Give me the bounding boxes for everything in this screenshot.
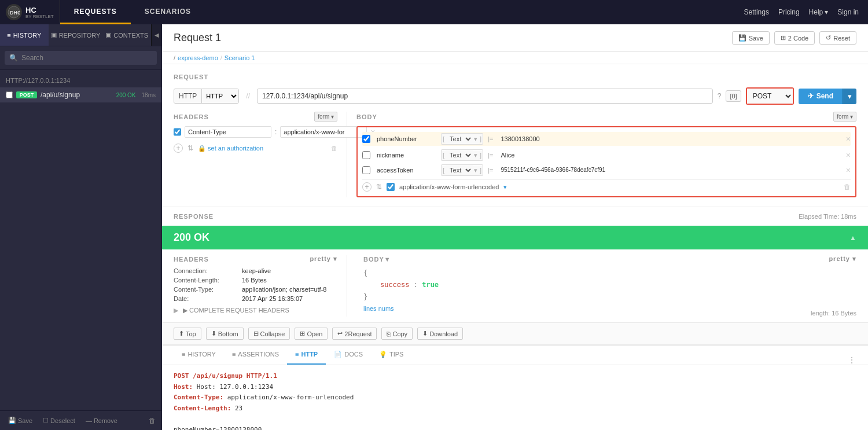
save-request-button[interactable]: 💾 Save: [732, 31, 770, 45]
body-row-0-type-wrap: [ Text File ▾ ]: [441, 133, 483, 145]
content-type-dropdown-icon[interactable]: ▾: [503, 183, 507, 191]
content-scroll: REQUEST HTTP HTTP HTTPS // ? [0]: [162, 64, 868, 430]
top-button[interactable]: ⬆ Top: [174, 328, 201, 340]
tab-tips[interactable]: 💡 TIPS: [371, 345, 411, 365]
body-row-1-checkbox[interactable]: [362, 151, 370, 159]
breadcrumb-scenario[interactable]: Scenario 1: [225, 54, 255, 61]
auth-icon: 🔒: [198, 145, 206, 152]
settings-link[interactable]: Settings: [744, 8, 769, 16]
remove-button[interactable]: — Remove: [83, 416, 120, 425]
tab-docs[interactable]: 📄 DOCS: [326, 345, 371, 365]
set-auth-link[interactable]: 🔒 set an authorization: [198, 145, 263, 152]
open-icon: ⊞: [300, 330, 305, 337]
body-row-0-val[interactable]: [498, 134, 842, 145]
request-section-title: REQUEST: [174, 73, 856, 80]
send-dropdown-button[interactable]: ▾: [843, 89, 856, 104]
nav-tab-scenarios[interactable]: SCENARIOS: [131, 0, 205, 24]
http-line-3: Content-Type: application/x-www-form-url…: [174, 392, 856, 403]
sidebar-tab-history[interactable]: ≡ HISTORY: [0, 24, 49, 46]
body-row-1: [ Text File ▾ ] |= ×: [362, 149, 851, 161]
env-badge[interactable]: [0]: [726, 90, 741, 102]
sidebar-tab-contexts[interactable]: ▣ CONTEXTS: [102, 24, 151, 46]
copy-button[interactable]: ⎘ Copy: [381, 328, 413, 340]
tab-assertions[interactable]: ≡ ASSERTIONS: [224, 345, 287, 365]
signin-link[interactable]: Sign in: [837, 8, 859, 16]
code-icon: ⊞: [781, 34, 786, 42]
resize-handle[interactable]: ⋮: [847, 355, 856, 365]
search-input[interactable]: [21, 54, 152, 62]
download-icon: ⬇: [422, 330, 428, 337]
body-row-0-checkbox[interactable]: [362, 135, 370, 143]
url-help-icon[interactable]: ?: [718, 92, 722, 100]
download-button[interactable]: ⬇ Download: [417, 328, 463, 340]
trash-icon[interactable]: 🗑: [149, 417, 156, 425]
body-row-2-type-select[interactable]: Text File: [446, 165, 473, 175]
body-row-0-key[interactable]: [374, 134, 437, 145]
response-header: RESPONSE Elapsed Time: 18ms: [162, 207, 868, 226]
add-header-row[interactable]: + ⇅ 🔒 set an authorization 🗑: [174, 141, 337, 155]
header-row-0-checkbox[interactable]: [174, 128, 181, 136]
body-form-badge[interactable]: form ▾: [833, 112, 856, 122]
method-select[interactable]: GET POST PUT DELETE PATCH: [747, 89, 793, 104]
headers-form-badge[interactable]: form ▾: [314, 112, 337, 122]
add-body-row-icon[interactable]: +: [362, 182, 372, 192]
complete-request-headers[interactable]: ▶ ▶ COMPLETE REQUEST HEADERS: [174, 304, 337, 317]
bottom-tab-bar: ≡ HISTORY ≡ ASSERTIONS ≡ HTTP 📄 DOCS: [162, 346, 868, 365]
body-row-2-key[interactable]: [374, 165, 437, 176]
body-row-1-val[interactable]: [498, 150, 842, 161]
status-collapse-icon[interactable]: ▲: [849, 234, 856, 242]
breadcrumb-root[interactable]: express-demo: [178, 54, 218, 61]
search-input-wrap: 🔍: [5, 51, 157, 65]
header-row-0-key[interactable]: [185, 126, 271, 138]
logo-icon: DHC: [6, 4, 22, 20]
sidebar-collapse-btn[interactable]: ◀: [151, 24, 161, 46]
body-delete-icon[interactable]: 🗑: [844, 183, 851, 191]
nav-tab-requests[interactable]: REQUESTS: [60, 0, 131, 24]
body-row-0-delete-icon[interactable]: ×: [846, 134, 851, 144]
save-button[interactable]: 💾 Save: [6, 416, 35, 425]
response-headers-pretty[interactable]: pretty ▾: [310, 255, 337, 263]
help-dropdown[interactable]: Help ▾: [809, 8, 829, 16]
collapse-button[interactable]: ⊟ Collapse: [248, 328, 290, 340]
body-row-2-checkbox[interactable]: [362, 166, 370, 174]
item-checkbox[interactable]: [6, 91, 13, 98]
body-row-1-key[interactable]: [374, 150, 437, 161]
body-row-1-delete-icon[interactable]: ×: [846, 150, 851, 160]
open-button[interactable]: ⊞ Open: [295, 328, 328, 340]
body-border: [ Text File ▾ ] |= ×: [356, 126, 856, 197]
history-tab-icon: ≡: [182, 351, 185, 358]
nav-tabs: REQUESTS SCENARIOS: [60, 0, 205, 24]
http-line-1: POST /api/u/signup HTTP/1.1: [174, 371, 856, 382]
body-col-header: BODY form ▾: [356, 112, 856, 122]
url-input[interactable]: [257, 89, 713, 104]
tab-http[interactable]: ≡ HTTP: [287, 345, 326, 365]
reset-button[interactable]: ↺ Reset: [819, 31, 856, 45]
content-type-checkbox[interactable]: [387, 183, 395, 191]
http-tab-icon: ≡: [295, 351, 299, 358]
sidebar-tab-repository[interactable]: ▣ REPOSITORY: [49, 24, 103, 46]
code-button[interactable]: ⊞ 2 Code: [774, 31, 815, 45]
tab-history[interactable]: ≡ HISTORY: [174, 345, 224, 365]
send-button[interactable]: ✈ Send: [799, 89, 843, 104]
body-row-2-val[interactable]: [498, 165, 842, 175]
response-footer: ⬆ Top ⬇ Bottom ⊟ Collapse ⊞ Open: [162, 322, 868, 344]
reset-icon: ↺: [826, 34, 831, 42]
logo-sub: BY RESTLET: [25, 14, 54, 19]
body-row-0-type-select[interactable]: Text File: [446, 134, 473, 144]
protocol-dropdown[interactable]: HTTP HTTPS: [202, 89, 238, 103]
main-layout: ≡ HISTORY ▣ REPOSITORY ▣ CONTEXTS ◀ 🔍 HT…: [0, 24, 868, 430]
response-body-pretty[interactable]: pretty ▾: [829, 255, 856, 263]
docs-tab-icon: 📄: [334, 351, 342, 358]
to-request-icon: ↩: [337, 330, 343, 337]
logo: DHC HC BY RESTLET: [0, 0, 60, 24]
lines-nums-link[interactable]: lines nums: [363, 305, 394, 312]
deselect-button[interactable]: ☐ Deselect: [41, 416, 78, 425]
body-row-2-delete-icon[interactable]: ×: [846, 166, 851, 175]
list-item[interactable]: POST /api/u/signup 200 OK 18ms: [0, 87, 161, 102]
pricing-link[interactable]: Pricing: [778, 8, 800, 16]
delete-header-icon[interactable]: 🗑: [331, 145, 337, 152]
body-row-1-type-select[interactable]: Text File: [446, 150, 473, 160]
bottom-button[interactable]: ⬇ Bottom: [206, 328, 244, 340]
to-request-button[interactable]: ↩ 2Request: [332, 328, 377, 340]
contexts-tab-icon: ▣: [105, 31, 111, 39]
